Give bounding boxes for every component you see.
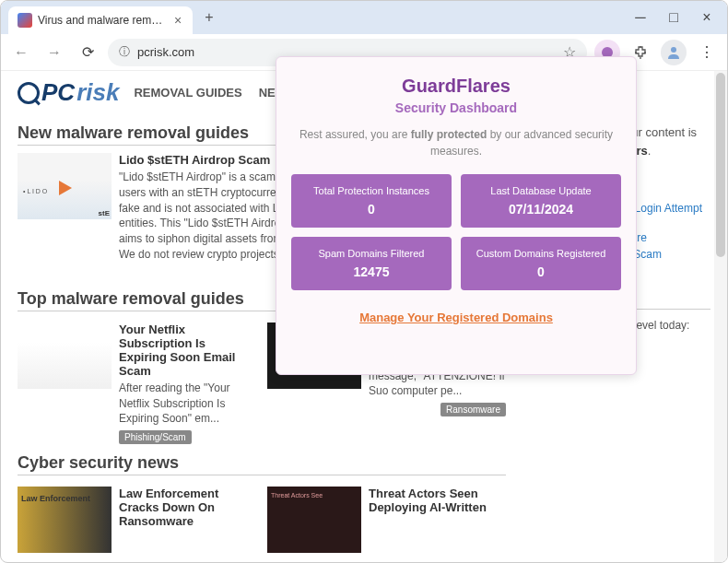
stat-database-update: Last Database Update 07/11/2024 xyxy=(461,174,621,228)
forward-icon: → xyxy=(41,40,67,65)
main-nav: REMOVAL GUIDES NEW xyxy=(134,86,287,100)
site-logo[interactable]: PCrisk xyxy=(18,78,119,107)
guardflares-overlay: GuardFlares Security Dashboard Rest assu… xyxy=(276,56,637,375)
svg-point-0 xyxy=(671,47,676,53)
article-text: After reading the "Your Netflix Subscrip… xyxy=(119,381,256,427)
article-thumb xyxy=(267,487,361,553)
section-cyber-news: Cyber security news xyxy=(18,453,506,475)
article-threat-actors[interactable]: Threat Actors Seen Deploying AI-Written xyxy=(267,487,506,553)
article-title: Law Enforcement Cracks Down On Ransomwar… xyxy=(119,487,256,528)
browser-titlebar: Virus and malware removal ins × + ─ □ × xyxy=(1,1,727,34)
article-thumb xyxy=(18,323,112,389)
close-window-icon[interactable]: × xyxy=(694,5,720,30)
back-icon[interactable]: ← xyxy=(8,40,34,65)
article-law-enforcement[interactable]: Law Enforcement Cracks Down On Ransomwar… xyxy=(18,487,256,553)
scroll-thumb[interactable] xyxy=(716,73,725,257)
article-title: Your Netflix Subscription Is Expiring So… xyxy=(119,323,256,378)
nav-removal-guides[interactable]: REMOVAL GUIDES xyxy=(134,86,241,100)
close-tab-icon[interactable]: × xyxy=(172,14,183,27)
tab-favicon xyxy=(18,13,32,28)
minimize-icon[interactable]: ─ xyxy=(628,5,653,30)
tab-title: Virus and malware removal ins xyxy=(38,14,167,27)
manage-domains-link[interactable]: Manage Your Registered Domains xyxy=(359,311,553,324)
badge-phishing-scam: Phishing/Scam xyxy=(119,430,192,444)
scrollbar[interactable] xyxy=(714,71,727,562)
stat-protection-instances: Total Protection Instances 0 xyxy=(291,174,452,228)
stat-custom-domains: Custom Domains Registered 0 xyxy=(461,237,621,290)
browser-tab[interactable]: Virus and malware removal ins × xyxy=(8,6,193,34)
menu-icon[interactable]: ⋮ xyxy=(694,40,720,65)
logo-text-pc: PC xyxy=(41,78,75,107)
overlay-subtitle: Security Dashboard xyxy=(291,100,621,115)
article-netflix[interactable]: Your Netflix Subscription Is Expiring So… xyxy=(18,323,256,444)
logo-text-risk: risk xyxy=(76,78,119,107)
magnify-icon xyxy=(18,82,40,104)
article-thumb: stE xyxy=(18,153,112,219)
profile-icon[interactable] xyxy=(661,40,687,65)
maximize-icon[interactable]: □ xyxy=(661,5,687,30)
new-tab-button[interactable]: + xyxy=(198,6,220,29)
overlay-title: GuardFlares xyxy=(291,76,621,97)
badge-ransomware: Ransomware xyxy=(440,403,506,416)
article-thumb xyxy=(18,487,112,553)
site-info-icon[interactable]: ⓘ xyxy=(119,44,130,60)
overlay-message: Rest assured, you are fully protected by… xyxy=(291,126,621,159)
reload-icon[interactable]: ⟳ xyxy=(75,40,100,65)
stat-spam-filtered: Spam Domains Filtered 12475 xyxy=(291,237,452,290)
article-title: Threat Actors Seen Deploying AI-Written xyxy=(369,487,506,514)
